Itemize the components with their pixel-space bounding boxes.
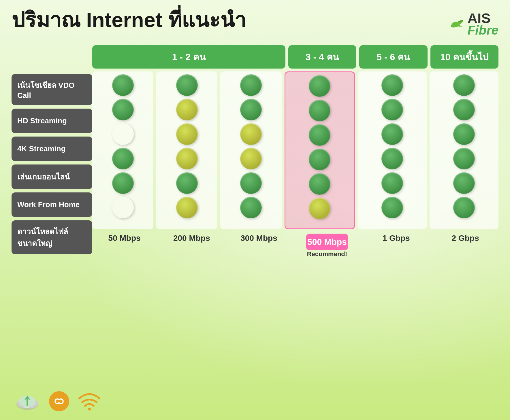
dot-3-5 xyxy=(453,148,475,169)
dot-0-5 xyxy=(453,74,475,96)
col-500mbps xyxy=(285,71,355,229)
dot-3-1 xyxy=(176,148,198,169)
col-group-10: 10 คนขึ้นไป xyxy=(430,45,499,69)
category-0: เน้นโซเชียล VDO Call xyxy=(12,74,92,105)
dot-5-0 xyxy=(112,197,134,218)
dot-2-3 xyxy=(309,124,330,146)
dot-4-0 xyxy=(112,172,134,194)
col-group-1-2: 1 - 2 คน xyxy=(92,45,285,69)
dot-4-2 xyxy=(240,172,262,194)
category-2: 4K Streaming xyxy=(12,137,92,161)
data-section xyxy=(92,71,498,229)
speed-200-label: 200 Mbps xyxy=(173,234,210,258)
speed-row: 50 Mbps 200 Mbps 300 Mbps 500 Mbps Recom… xyxy=(92,234,498,258)
category-3: เล่นเกมออนไลน์ xyxy=(12,164,92,189)
speed-2gbps: 2 Gbps xyxy=(432,234,498,258)
dot-5-3 xyxy=(309,198,330,219)
dot-1-4 xyxy=(381,99,403,120)
dot-5-4 xyxy=(381,197,403,218)
dot-4-5 xyxy=(453,172,475,194)
col-group-3-4: 3 - 4 คน xyxy=(288,45,357,69)
dot-3-0 xyxy=(112,148,134,169)
speed-group-1-2: 50 Mbps 200 Mbps 300 Mbps xyxy=(92,234,291,258)
recommend-label: Recommend! xyxy=(307,250,347,258)
dot-0-2 xyxy=(240,74,262,96)
header: ปริมาณ Internet ที่แนะนำ AIS Fibre xyxy=(12,9,498,37)
speed-500: 500 Mbps Recommend! xyxy=(294,234,360,258)
grid-area: 1 - 2 คน 3 - 4 คน 5 - 6 คน 10 คนขึ้นไป xyxy=(92,45,498,258)
chain-link-icon xyxy=(49,391,69,411)
dot-3-3 xyxy=(309,149,330,170)
col-2gbps xyxy=(430,71,498,229)
cloud-upload-icon xyxy=(14,391,40,411)
dot-2-0 xyxy=(112,123,134,145)
dot-5-2 xyxy=(240,197,262,218)
col-1gbps xyxy=(358,71,427,229)
col-200mbps xyxy=(156,71,217,229)
speed-50: 50 Mbps xyxy=(92,234,157,258)
dot-0-0 xyxy=(112,74,134,96)
speed-50-label: 50 Mbps xyxy=(108,234,141,258)
speed-200: 200 Mbps xyxy=(159,234,224,258)
col-50mbps xyxy=(92,71,153,229)
dot-5-1 xyxy=(176,197,198,218)
dot-2-2 xyxy=(240,123,262,145)
category-labels: เน้นโซเชียล VDO Call HD Streaming 4K Str… xyxy=(12,74,92,258)
speed-1gbps: 1 Gbps xyxy=(363,234,429,258)
logo-area: AIS Fibre xyxy=(448,9,498,37)
col-group-5-6: 5 - 6 คน xyxy=(359,45,428,69)
dot-4-3 xyxy=(309,173,330,195)
category-5: ดาวน์โหลดไฟล์ขนาดใหญ่ xyxy=(12,220,92,254)
col-300mbps xyxy=(220,71,281,229)
dot-2-1 xyxy=(176,123,198,145)
speed-500-label: 500 Mbps xyxy=(306,234,348,250)
category-1: HD Streaming xyxy=(12,109,92,133)
page-title: ปริมาณ Internet ที่แนะนำ xyxy=(12,9,246,31)
dot-3-2 xyxy=(240,148,262,169)
speed-300-label: 300 Mbps xyxy=(240,234,277,258)
svg-rect-8 xyxy=(57,400,61,402)
main-table: เน้นโซเชียล VDO Call HD Streaming 4K Str… xyxy=(12,45,498,258)
speed-2gbps-label: 2 Gbps xyxy=(452,234,479,258)
svg-point-9 xyxy=(88,408,91,410)
dot-5-5 xyxy=(453,197,475,218)
dot-0-1 xyxy=(176,74,198,96)
ais-logo: AIS Fibre xyxy=(448,12,498,37)
dot-4-4 xyxy=(381,172,403,194)
wifi-icon xyxy=(78,391,101,411)
dot-1-1 xyxy=(176,99,198,120)
dot-1-5 xyxy=(453,99,475,120)
dot-2-5 xyxy=(453,123,475,145)
dot-3-4 xyxy=(381,148,403,169)
dot-0-4 xyxy=(381,74,403,96)
category-4: Work From Home xyxy=(12,192,92,217)
speed-1gbps-label: 1 Gbps xyxy=(383,234,410,258)
dot-0-3 xyxy=(309,75,330,97)
speed-300: 300 Mbps xyxy=(227,234,291,258)
bottom-icons xyxy=(14,391,101,411)
dot-1-2 xyxy=(240,99,262,120)
ais-bird-icon xyxy=(448,18,465,30)
fibre-text: Fibre xyxy=(467,24,498,37)
dot-4-1 xyxy=(176,172,198,194)
dot-1-3 xyxy=(309,100,330,121)
dot-1-0 xyxy=(112,99,134,120)
col-headers: 1 - 2 คน 3 - 4 คน 5 - 6 คน 10 คนขึ้นไป xyxy=(92,45,498,69)
sub-cols-1-2 xyxy=(92,71,282,229)
dot-2-4 xyxy=(381,123,403,145)
